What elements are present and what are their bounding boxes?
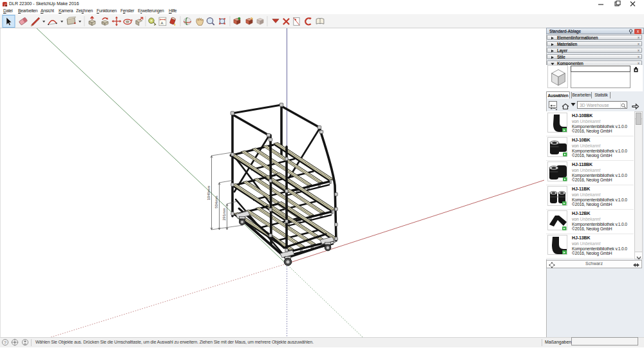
svg-text:1049mm: 1049mm — [207, 186, 211, 201]
svg-text:504mm: 504mm — [214, 196, 218, 208]
svg-text:A: A — [160, 21, 163, 25]
svg-text:?: ? — [4, 340, 6, 345]
svg-text:291mm: 291mm — [222, 208, 226, 221]
